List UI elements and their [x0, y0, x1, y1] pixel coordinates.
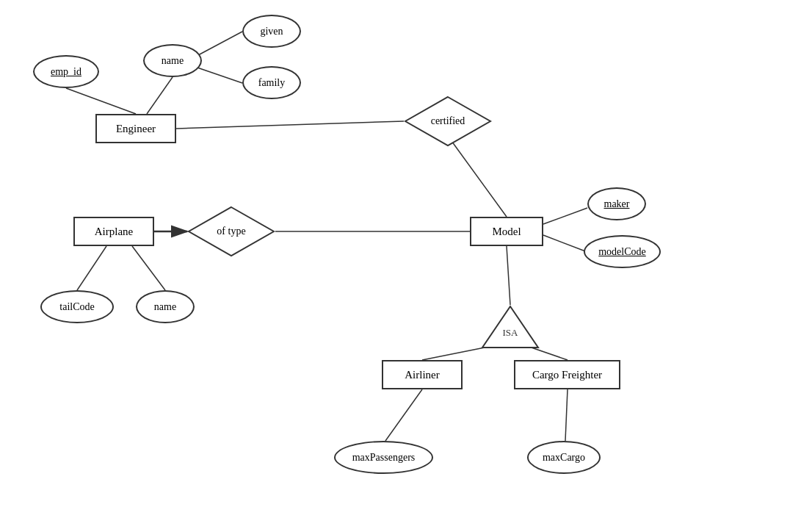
attr-max-cargo: maxCargo — [527, 441, 601, 474]
svg-line-15 — [385, 389, 422, 441]
svg-line-5 — [448, 136, 507, 217]
er-diagram: Engineer Airplane Model Airliner Cargo F… — [0, 0, 812, 529]
svg-line-9 — [132, 246, 165, 290]
entity-airliner: Airliner — [382, 360, 463, 389]
svg-line-10 — [543, 208, 587, 224]
attr-modelcode: modelCode — [584, 235, 661, 268]
svg-text:ISA: ISA — [503, 327, 519, 338]
entity-model: Model — [470, 217, 543, 246]
attr-name-air: name — [136, 290, 195, 323]
svg-line-8 — [77, 246, 106, 290]
svg-line-1 — [147, 77, 173, 114]
svg-line-12 — [507, 246, 510, 305]
attr-max-passengers: maxPassengers — [334, 441, 433, 474]
attr-maker: maker — [587, 187, 646, 220]
entity-airplane: Airplane — [73, 217, 154, 246]
attr-given: given — [242, 15, 301, 48]
svg-line-4 — [176, 121, 404, 129]
svg-line-3 — [193, 66, 242, 83]
attr-name-eng: name — [143, 44, 202, 77]
attr-family: family — [242, 66, 301, 99]
entity-cargo-freighter: Cargo Freighter — [514, 360, 620, 389]
svg-line-11 — [543, 235, 587, 252]
svg-line-0 — [66, 88, 136, 114]
attr-emp-id: emp_id — [33, 55, 99, 88]
relationship-of-type: of type — [187, 206, 275, 257]
isa-triangle: ISA — [481, 305, 540, 349]
svg-line-16 — [565, 389, 568, 441]
attr-tailcode: tailCode — [40, 290, 114, 323]
relationship-certified: certified — [404, 96, 492, 147]
entity-engineer: Engineer — [95, 114, 176, 143]
